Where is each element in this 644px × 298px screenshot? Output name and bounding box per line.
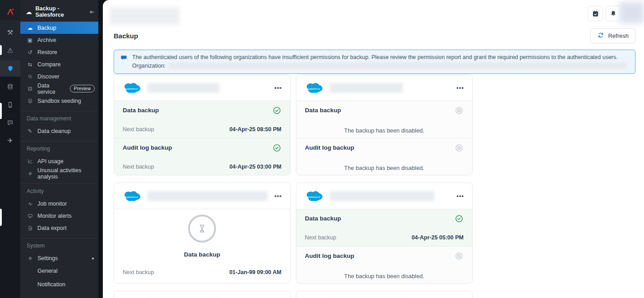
- page-title: Backup: [114, 32, 138, 40]
- comment-icon: [120, 55, 127, 69]
- data-service-icon: ⊟: [27, 86, 33, 92]
- card-header: salesforce •••: [114, 75, 290, 101]
- group-label: Data management: [20, 112, 98, 125]
- audit-log-backup-section: Audit log backup The backup has been dis…: [296, 138, 472, 175]
- sidebar-item-sandbox-seeding[interactable]: Sandbox seeding: [20, 95, 98, 107]
- sidebar-header: ☁ Backup - Salesforce ⇤: [26, 5, 95, 18]
- sidebar-item-restore[interactable]: ↺ Restore: [20, 46, 98, 58]
- chat-icon[interactable]: [0, 115, 20, 131]
- monitor-icon: [27, 213, 33, 219]
- enabled-check-icon: [272, 143, 281, 154]
- app-root: ⚒ ⚠ ✈ ☁ Backup - Salesforce ⇤ ☁ Backu: [0, 0, 644, 298]
- card-header: •••: [296, 291, 472, 298]
- sidebar-group-activity: Activity Job monitor Monitor alerts Data…: [20, 183, 98, 234]
- banner-org-label: Organization:: [132, 62, 166, 70]
- org-backup-card: salesforce ••• Data backup Next backup 0…: [114, 183, 290, 284]
- svg-text:salesforce: salesforce: [126, 195, 138, 198]
- group-label: Reporting: [20, 142, 98, 155]
- salesforce-logo: salesforce: [123, 190, 141, 202]
- group-label: System: [20, 239, 98, 252]
- sidebar: ☁ Backup - Salesforce ⇤ ☁ Backup ▣ Archi…: [20, 0, 98, 298]
- hourglass-icon: [188, 215, 216, 243]
- sidebar-item-monitor-alerts[interactable]: Monitor alerts: [20, 210, 98, 222]
- svg-text:salesforce: salesforce: [308, 195, 321, 198]
- disabled-icon: [455, 106, 464, 117]
- gear-icon: [27, 256, 33, 261]
- disabled-icon: [455, 252, 464, 262]
- redacted-org-name: [330, 191, 434, 201]
- avepoint-logo-icon[interactable]: [0, 4, 20, 20]
- card-menu-button[interactable]: •••: [274, 193, 282, 199]
- card-header: salesforce •••: [296, 183, 472, 209]
- bell-icon-button[interactable]: [606, 6, 621, 21]
- archive-icon: ▣: [27, 37, 33, 43]
- card-menu-button[interactable]: •••: [456, 193, 464, 199]
- org-backup-card: salesforce ••• Data backup The backup ha…: [296, 74, 473, 175]
- redacted-org-name: [330, 83, 403, 93]
- refresh-icon: [597, 32, 604, 40]
- card-header: •••: [114, 291, 290, 298]
- sidebar-item-settings-notification[interactable]: Notification: [20, 278, 98, 291]
- sidebar-group-main: ☁ Backup ▣ Archive ↺ Restore ⇆ Compare D…: [20, 22, 98, 107]
- card-menu-button[interactable]: •••: [274, 85, 282, 91]
- sidebar-item-archive[interactable]: ▣ Archive: [20, 34, 98, 46]
- disabled-icon: [455, 143, 464, 154]
- org-backup-card: salesforce ••• Data backup Next backup 0: [296, 183, 473, 284]
- layers-icon: [27, 98, 33, 104]
- shield-icon[interactable]: [0, 60, 20, 77]
- page-header: Backup Refresh: [114, 28, 635, 43]
- sidebar-item-data-cleanup[interactable]: ✎ Data cleanup: [20, 125, 98, 137]
- backup-cards-grid: salesforce ••• Data backup Next backup 0: [114, 74, 479, 298]
- database-icon[interactable]: [0, 78, 20, 95]
- sidebar-item-discover[interactable]: Discover: [20, 70, 98, 83]
- collapse-sidebar-icon[interactable]: ⇤: [90, 9, 95, 15]
- redacted-user-avatar[interactable]: [620, 2, 644, 23]
- audit-log-backup-section: Audit log backup Next backup 04-Apr-25 0…: [114, 138, 290, 175]
- data-backup-section: Data backup Next backup 04-Apr-25 08:50 …: [114, 101, 290, 138]
- redacted-breadcrumb: [110, 7, 179, 25]
- svg-text:salesforce: salesforce: [126, 87, 138, 90]
- chevron-up-icon: ▲: [91, 256, 95, 260]
- main-panel: Backup Refresh The authenticated users o…: [103, 0, 644, 298]
- banner-text: The authenticated users of the following…: [132, 54, 629, 69]
- card-header: salesforce •••: [296, 75, 472, 101]
- sidebar-item-job-monitor[interactable]: Job monitor: [20, 197, 98, 210]
- sidebar-item-settings-general[interactable]: General: [20, 264, 98, 278]
- app-icon-rail: ⚒ ⚠ ✈: [0, 0, 20, 298]
- sidebar-group-reporting: Reporting API usage Unusual activities a…: [20, 141, 98, 179]
- card-menu-button[interactable]: •••: [456, 85, 464, 91]
- sidebar-item-settings[interactable]: Settings ▲: [20, 252, 98, 264]
- cloud-icon: ☁: [27, 25, 33, 31]
- search-icon: [27, 74, 33, 79]
- sidebar-title: Backup - Salesforce: [36, 5, 83, 18]
- cloud-icon: ☁: [26, 9, 32, 15]
- tools-icon[interactable]: ⚒: [0, 24, 20, 41]
- server-icon[interactable]: [0, 96, 20, 113]
- data-backup-section: Data backup Next backup 04-Apr-25 05:00 …: [296, 209, 472, 246]
- export-icon: [27, 225, 33, 231]
- refresh-button[interactable]: Refresh: [590, 28, 635, 43]
- redacted-org-list: [169, 63, 627, 69]
- org-backup-card-partial: •••: [114, 291, 290, 298]
- permission-warning-banner: The authenticated users of the following…: [114, 50, 635, 74]
- pending-backup-section: Data backup Next backup 01-Jan-99 09:00 …: [114, 209, 290, 283]
- cleanup-brush-icon: ✎: [27, 128, 33, 134]
- restore-icon: ↺: [27, 49, 33, 55]
- enabled-check-icon: [272, 106, 281, 117]
- sidebar-item-unusual-activities[interactable]: Unusual activities analysis: [20, 167, 98, 179]
- sidebar-item-backup[interactable]: ☁ Backup: [20, 22, 98, 34]
- data-backup-section: Data backup The backup has been disabled…: [296, 101, 472, 138]
- redacted-org-name: [147, 191, 267, 201]
- warning-icon[interactable]: ⚠: [0, 42, 20, 59]
- calendar-check-button[interactable]: [588, 6, 603, 21]
- sidebar-item-data-service[interactable]: ⊟ Data service Preview: [20, 83, 98, 95]
- edge-handle: [0, 103, 2, 119]
- sidebar-item-api-usage[interactable]: API usage: [20, 155, 98, 167]
- org-backup-card: salesforce ••• Data backup Next backup 0: [114, 74, 290, 175]
- enabled-check-icon: [455, 214, 464, 225]
- plane-icon[interactable]: ✈: [0, 133, 20, 149]
- card-header: salesforce •••: [114, 183, 290, 209]
- sidebar-item-compare[interactable]: ⇆ Compare: [20, 58, 98, 70]
- gear-sparkle-icon: [27, 171, 33, 176]
- sidebar-item-data-export[interactable]: Data export: [20, 222, 98, 234]
